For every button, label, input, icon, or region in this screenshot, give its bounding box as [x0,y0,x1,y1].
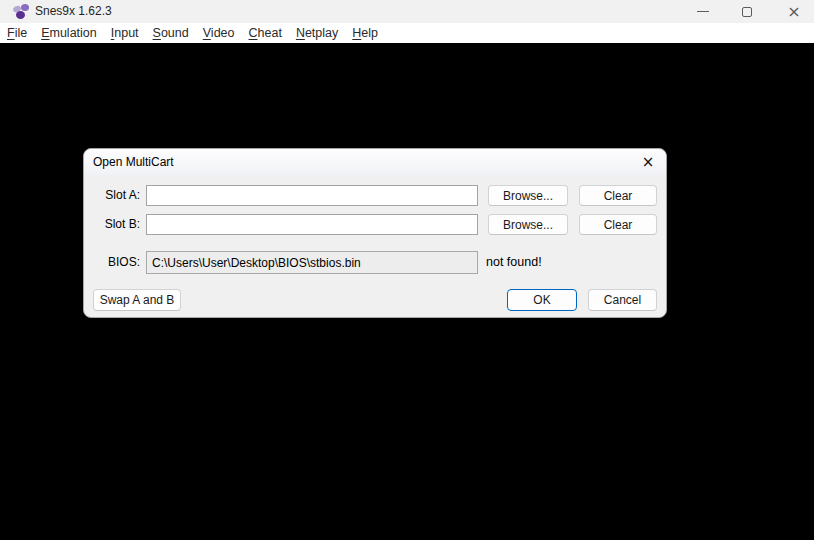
close-button[interactable]: × [778,0,810,23]
ok-button[interactable]: OK [507,289,577,311]
menu-item-sound[interactable]: Sound [146,23,196,43]
slot-a-clear-button[interactable]: Clear [579,185,657,206]
menu-item-emulation[interactable]: Emulation [34,23,104,43]
slot-b-input[interactable] [146,214,478,235]
menu-label-mnemonic: V [203,26,211,40]
menu-label-mnemonic: H [352,26,361,40]
dialog-close-button[interactable]: × [637,152,659,172]
menu-item-file[interactable]: File [0,23,34,43]
menu-label-mnemonic: S [153,26,161,40]
menu-item-input[interactable]: Input [104,23,146,43]
menu-label-rest: ideo [211,26,235,40]
minimize-button[interactable] [687,0,719,23]
menu-label-mnemonic: F [7,26,15,40]
window-title: Snes9x 1.62.3 [35,0,112,23]
minimize-icon [697,11,709,12]
menu-item-help[interactable]: Help [345,23,385,43]
menu-label-mnemonic: E [41,26,49,40]
menu-label-mnemonic: C [249,26,258,40]
menu-item-cheat[interactable]: Cheat [242,23,289,43]
menu-label-mnemonic: N [296,26,305,40]
slot-b-label: Slot B: [92,214,140,235]
maximize-button[interactable] [731,0,763,23]
menu-label-rest: heat [258,26,282,40]
snes9x-logo-icon [13,3,30,20]
maximize-icon [742,7,752,17]
bios-label: BIOS: [92,251,140,274]
close-icon: × [642,153,655,171]
menu-bar: File Emulation Input Sound Video Cheat N… [0,23,814,43]
slot-b-clear-button[interactable]: Clear [579,214,657,235]
cancel-button[interactable]: Cancel [588,289,657,311]
menu-item-netplay[interactable]: Netplay [289,23,345,43]
bios-status: not found! [486,251,542,274]
slot-b-browse-button[interactable]: Browse... [488,214,568,235]
menu-label-rest: ile [15,26,28,40]
slot-a-input[interactable] [146,185,478,206]
bios-path-field [146,251,478,274]
menu-label-rest: mulation [50,26,97,40]
menu-label-rest: etplay [305,26,338,40]
slot-a-label: Slot A: [92,185,140,206]
dialog-titlebar: Open MultiCart × [84,149,666,175]
slot-a-browse-button[interactable]: Browse... [488,185,568,206]
close-icon: × [787,4,800,20]
window-titlebar: Snes9x 1.62.3 × [0,0,814,23]
open-multicart-dialog: Open MultiCart × Slot A: Browse... Clear… [83,148,667,318]
menu-label-rest: nput [114,26,138,40]
menu-label-rest: elp [361,26,378,40]
dialog-title: Open MultiCart [93,149,174,175]
swap-a-and-b-button[interactable]: Swap A and B [93,289,181,311]
menu-label-rest: ound [161,26,189,40]
menu-item-video[interactable]: Video [196,23,242,43]
